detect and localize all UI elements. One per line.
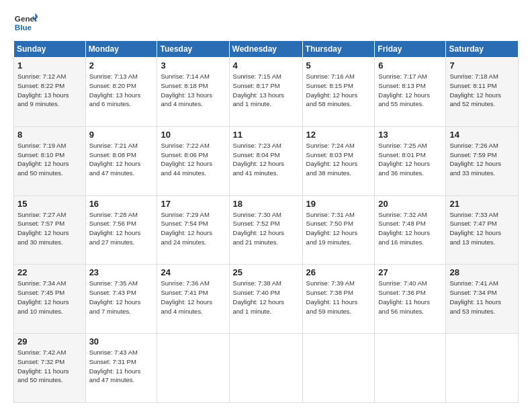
day-info: Sunrise: 7:36 AMSunset: 7:41 PMDaylight:… — [161, 279, 225, 316]
calendar-cell: 16Sunrise: 7:28 AMSunset: 7:56 PMDayligh… — [85, 195, 157, 265]
calendar-header-tuesday: Tuesday — [157, 41, 229, 58]
calendar-cell: 14Sunrise: 7:26 AMSunset: 7:59 PMDayligh… — [446, 126, 519, 195]
calendar-cell: 20Sunrise: 7:32 AMSunset: 7:48 PMDayligh… — [375, 195, 446, 265]
calendar-header-saturday: Saturday — [446, 41, 519, 58]
calendar-cell: 6Sunrise: 7:17 AMSunset: 8:13 PMDaylight… — [375, 58, 446, 127]
day-info: Sunrise: 7:41 AMSunset: 7:34 PMDaylight:… — [449, 279, 515, 316]
calendar-cell: 5Sunrise: 7:16 AMSunset: 8:15 PMDaylight… — [302, 58, 375, 127]
calendar-cell — [446, 334, 519, 403]
calendar-header-thursday: Thursday — [302, 41, 375, 58]
day-info: Sunrise: 7:16 AMSunset: 8:15 PMDaylight:… — [306, 72, 371, 109]
calendar-cell: 22Sunrise: 7:34 AMSunset: 7:45 PMDayligh… — [14, 265, 86, 334]
calendar-cell: 13Sunrise: 7:25 AMSunset: 8:01 PMDayligh… — [375, 126, 446, 195]
calendar-cell: 3Sunrise: 7:14 AMSunset: 8:18 PMDaylight… — [157, 58, 229, 127]
day-number: 30 — [89, 336, 154, 347]
calendar-cell: 10Sunrise: 7:22 AMSunset: 8:06 PMDayligh… — [157, 126, 229, 195]
day-number: 16 — [89, 199, 154, 209]
day-info: Sunrise: 7:22 AMSunset: 8:06 PMDaylight:… — [161, 141, 225, 178]
day-number: 21 — [449, 199, 515, 209]
day-info: Sunrise: 7:33 AMSunset: 7:47 PMDaylight:… — [449, 210, 515, 247]
calendar-cell: 4Sunrise: 7:15 AMSunset: 8:17 PMDaylight… — [229, 58, 302, 127]
day-number: 18 — [233, 199, 299, 209]
calendar-cell: 15Sunrise: 7:27 AMSunset: 7:57 PMDayligh… — [14, 195, 86, 265]
day-info: Sunrise: 7:19 AMSunset: 8:10 PMDaylight:… — [17, 141, 82, 178]
svg-text:Blue: Blue — [15, 23, 32, 32]
day-number: 23 — [89, 267, 154, 277]
day-number: 19 — [306, 199, 371, 209]
calendar-week-2: 15Sunrise: 7:27 AMSunset: 7:57 PMDayligh… — [14, 195, 519, 265]
day-number: 29 — [17, 336, 82, 347]
page: General Blue SundayMondayTuesdayWednesda… — [0, 0, 532, 411]
logo: General Blue — [13, 11, 38, 35]
day-info: Sunrise: 7:24 AMSunset: 8:03 PMDaylight:… — [306, 141, 371, 178]
calendar-cell: 26Sunrise: 7:39 AMSunset: 7:38 PMDayligh… — [302, 265, 375, 334]
day-number: 7 — [449, 60, 515, 71]
day-info: Sunrise: 7:25 AMSunset: 8:01 PMDaylight:… — [378, 141, 442, 178]
day-info: Sunrise: 7:26 AMSunset: 7:59 PMDaylight:… — [449, 141, 515, 178]
day-info: Sunrise: 7:13 AMSunset: 8:20 PMDaylight:… — [89, 72, 154, 109]
day-number: 20 — [378, 199, 442, 209]
day-info: Sunrise: 7:28 AMSunset: 7:56 PMDaylight:… — [89, 210, 154, 247]
calendar-cell: 29Sunrise: 7:42 AMSunset: 7:32 PMDayligh… — [14, 334, 86, 403]
calendar-cell: 18Sunrise: 7:30 AMSunset: 7:52 PMDayligh… — [229, 195, 302, 265]
day-info: Sunrise: 7:15 AMSunset: 8:17 PMDaylight:… — [233, 72, 299, 109]
calendar-cell: 8Sunrise: 7:19 AMSunset: 8:10 PMDaylight… — [14, 126, 86, 195]
day-info: Sunrise: 7:27 AMSunset: 7:57 PMDaylight:… — [17, 210, 82, 247]
calendar-header-sunday: Sunday — [14, 41, 86, 58]
day-info: Sunrise: 7:17 AMSunset: 8:13 PMDaylight:… — [378, 72, 442, 109]
day-number: 24 — [161, 267, 225, 277]
day-info: Sunrise: 7:42 AMSunset: 7:32 PMDaylight:… — [17, 348, 82, 385]
calendar-cell: 12Sunrise: 7:24 AMSunset: 8:03 PMDayligh… — [302, 126, 375, 195]
day-info: Sunrise: 7:35 AMSunset: 7:43 PMDaylight:… — [89, 279, 154, 316]
day-info: Sunrise: 7:34 AMSunset: 7:45 PMDaylight:… — [17, 279, 82, 316]
header: General Blue — [13, 11, 519, 35]
day-info: Sunrise: 7:43 AMSunset: 7:31 PMDaylight:… — [89, 348, 154, 385]
day-info: Sunrise: 7:14 AMSunset: 8:18 PMDaylight:… — [161, 72, 225, 109]
day-number: 10 — [161, 130, 225, 140]
day-number: 27 — [378, 267, 442, 277]
day-number: 25 — [233, 267, 299, 277]
calendar-cell: 11Sunrise: 7:23 AMSunset: 8:04 PMDayligh… — [229, 126, 302, 195]
day-info: Sunrise: 7:39 AMSunset: 7:38 PMDaylight:… — [306, 279, 371, 316]
calendar-cell: 7Sunrise: 7:18 AMSunset: 8:11 PMDaylight… — [446, 58, 519, 127]
calendar-cell — [302, 334, 375, 403]
day-number: 13 — [378, 130, 442, 140]
calendar-cell: 1Sunrise: 7:12 AMSunset: 8:22 PMDaylight… — [14, 58, 86, 127]
day-number: 14 — [449, 130, 515, 140]
day-info: Sunrise: 7:18 AMSunset: 8:11 PMDaylight:… — [449, 72, 515, 109]
day-info: Sunrise: 7:40 AMSunset: 7:36 PMDaylight:… — [378, 279, 442, 316]
day-info: Sunrise: 7:21 AMSunset: 8:08 PMDaylight:… — [89, 141, 154, 178]
day-number: 2 — [89, 60, 154, 71]
day-number: 3 — [161, 60, 225, 71]
calendar-cell: 28Sunrise: 7:41 AMSunset: 7:34 PMDayligh… — [446, 265, 519, 334]
calendar-cell: 2Sunrise: 7:13 AMSunset: 8:20 PMDaylight… — [85, 58, 157, 127]
day-number: 1 — [17, 60, 82, 71]
day-number: 12 — [306, 130, 371, 140]
day-number: 28 — [449, 267, 515, 277]
day-number: 17 — [161, 199, 225, 209]
calendar-header-friday: Friday — [375, 41, 446, 58]
day-number: 9 — [89, 130, 154, 140]
calendar-header-wednesday: Wednesday — [229, 41, 302, 58]
calendar-cell: 19Sunrise: 7:31 AMSunset: 7:50 PMDayligh… — [302, 195, 375, 265]
calendar-week-0: 1Sunrise: 7:12 AMSunset: 8:22 PMDaylight… — [14, 58, 519, 127]
day-info: Sunrise: 7:23 AMSunset: 8:04 PMDaylight:… — [233, 141, 299, 178]
day-number: 4 — [233, 60, 299, 71]
calendar-week-4: 29Sunrise: 7:42 AMSunset: 7:32 PMDayligh… — [14, 334, 519, 403]
calendar-cell: 24Sunrise: 7:36 AMSunset: 7:41 PMDayligh… — [157, 265, 229, 334]
calendar-cell: 23Sunrise: 7:35 AMSunset: 7:43 PMDayligh… — [85, 265, 157, 334]
day-info: Sunrise: 7:31 AMSunset: 7:50 PMDaylight:… — [306, 210, 371, 247]
calendar-cell: 9Sunrise: 7:21 AMSunset: 8:08 PMDaylight… — [85, 126, 157, 195]
day-number: 8 — [17, 130, 82, 140]
calendar-cell — [229, 334, 302, 403]
day-info: Sunrise: 7:29 AMSunset: 7:54 PMDaylight:… — [161, 210, 225, 247]
calendar-cell: 30Sunrise: 7:43 AMSunset: 7:31 PMDayligh… — [85, 334, 157, 403]
day-info: Sunrise: 7:12 AMSunset: 8:22 PMDaylight:… — [17, 72, 82, 109]
calendar-week-3: 22Sunrise: 7:34 AMSunset: 7:45 PMDayligh… — [14, 265, 519, 334]
calendar-cell: 17Sunrise: 7:29 AMSunset: 7:54 PMDayligh… — [157, 195, 229, 265]
calendar-table: SundayMondayTuesdayWednesdayThursdayFrid… — [13, 40, 519, 403]
calendar-week-1: 8Sunrise: 7:19 AMSunset: 8:10 PMDaylight… — [14, 126, 519, 195]
day-number: 11 — [233, 130, 299, 140]
calendar-cell: 21Sunrise: 7:33 AMSunset: 7:47 PMDayligh… — [446, 195, 519, 265]
day-info: Sunrise: 7:32 AMSunset: 7:48 PMDaylight:… — [378, 210, 442, 247]
